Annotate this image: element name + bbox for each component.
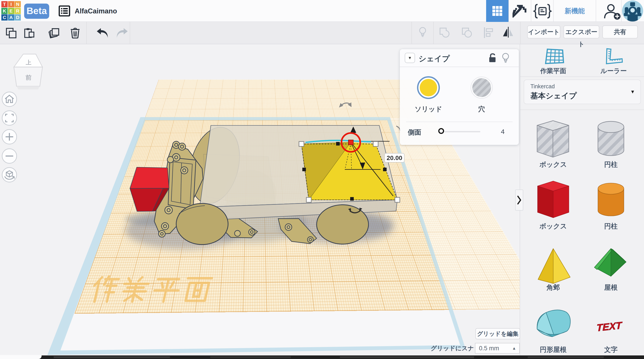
svg-text:円柱: 円柱 (604, 161, 618, 168)
svg-text:20.00: 20.00 (386, 154, 402, 162)
svg-text:TEXT: TEXT (596, 320, 622, 333)
svg-text:上: 上 (26, 59, 32, 66)
svg-text:ボックス: ボックス (540, 161, 567, 168)
svg-text:円形屋根: 円形屋根 (540, 346, 567, 353)
svg-text:ボックス: ボックス (540, 222, 567, 230)
svg-text:前: 前 (26, 74, 32, 81)
svg-text:屋根: 屋根 (604, 284, 618, 291)
svg-text:円柱: 円柱 (604, 222, 618, 230)
svg-text:文字: 文字 (604, 346, 618, 353)
svg-text:角邺: 角邺 (546, 284, 560, 291)
